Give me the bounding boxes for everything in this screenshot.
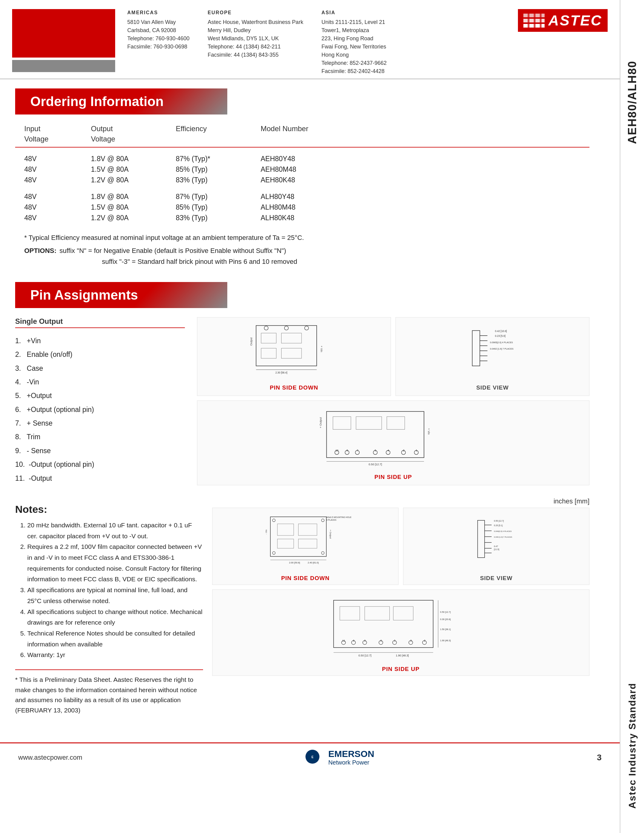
emerson-svg-icon: E (305, 749, 320, 764)
svg-text:0.50 [12.7]: 0.50 [12.7] (440, 611, 451, 613)
pin-section-header: Pin Assignments (15, 282, 227, 308)
asia-line2: Tower1, Metroplaza (322, 26, 387, 35)
svg-text:2: 2 (424, 640, 425, 642)
svg-text:2.00 [50.8]: 2.00 [50.8] (289, 561, 300, 564)
side-view-svg: 0.42 [10.6] 0.23 [5.9] 0.0965[2.0] 4 PLA… (399, 320, 586, 381)
svg-text:10: 10 (335, 449, 338, 452)
svg-text:+ Vin: + Vin (427, 428, 430, 434)
row5-model: ALH80M48 (261, 203, 580, 211)
svg-rect-91 (393, 606, 413, 620)
asia-title: ASIA (322, 9, 387, 16)
svg-point-48 (272, 552, 275, 554)
industry-vertical-text: Astec Industry Standard (627, 683, 638, 809)
ordering-section-header: Ordering Information (15, 88, 227, 114)
emerson-subtitle: Network Power (328, 759, 374, 766)
emerson-text-group: EMERSON Network Power (328, 749, 374, 766)
svg-point-1 (264, 326, 268, 330)
svg-text:0.50 [12.7]: 0.50 [12.7] (359, 654, 372, 657)
svg-text:+ Vin: + Vin (320, 346, 323, 352)
notes-list: 20 mHz bandwidth. External 10 uF tant. c… (15, 520, 203, 660)
svg-text:5: 5 (394, 640, 396, 642)
notes-title: Notes: (15, 503, 203, 515)
svg-text:1.50 [38.1]: 1.50 [38.1] (440, 628, 451, 630)
diagrams-upper: Output + Vin 2.30 [58.4] PIN SIDE DOWN (197, 317, 589, 485)
pin-assignments-section: Pin Assignments Single Output 1. +Vin 2.… (15, 282, 589, 716)
svg-text:2.40 [61.0]: 2.40 [61.0] (308, 561, 319, 564)
americas-line3: Telephone: 760-930-4600 (127, 35, 189, 43)
ordering-row: 48V 1.2V @ 80A 83% (Typ) ALH80K48 (24, 213, 580, 223)
pin-side-up-svg: 10 8 7 5 4 2 1 0.50 [12.7] (200, 404, 586, 470)
svg-text:11: 11 (342, 640, 345, 642)
astec-logo-text: ASTEC (548, 12, 602, 29)
lower-diagrams-col: inches [mm] (212, 497, 589, 676)
list-item: 2. Enable (on/off) (15, 348, 185, 361)
diagram-pin-side-down-upper: Output + Vin 2.30 [58.4] PIN SIDE DOWN (197, 317, 391, 396)
diagram-label-pin-side-up: PIN SIDE UP (200, 474, 586, 481)
asia-line3: 223, Hing Fong Road (322, 35, 387, 43)
list-item: 4. -Vin (15, 375, 185, 389)
red-block-primary (12, 9, 115, 58)
svg-rect-74 (334, 600, 433, 648)
ordering-row: 48V 1.5V @ 80A 85% (Typ) ALH80M48 (24, 202, 580, 213)
svg-rect-6 (261, 348, 276, 358)
astec-logo-box: ASTEC (518, 9, 608, 32)
europe-line4: Telephone: 44 (1384) 842-211 (208, 43, 303, 51)
svg-text:7: 7 (357, 449, 358, 452)
diagram-lower-side-view-label: SIDE VIEW (406, 575, 586, 582)
notes-col: Notes: 20 mHz bandwidth. External 10 uF … (15, 497, 203, 715)
europe-line5: Facsimile: 44 (1384) 843-355 (208, 51, 303, 59)
svg-rect-33 (387, 416, 404, 429)
svg-rect-31 (333, 416, 351, 429)
ordering-rows-1: 48V 1.8V @ 80A 87% (Typ)* AEH80Y48 48V 1… (15, 154, 589, 185)
pin-list: 1. +Vin 2. Enable (on/off) 3. Case 4. -V… (15, 334, 185, 485)
svg-point-2 (284, 326, 288, 330)
svg-text:+ Output: + Output (319, 417, 322, 428)
ordering-group-2: 48V 1.8V @ 80A 87% (Typ) ALH80Y48 48V 1.… (15, 191, 589, 223)
footnote2-options: suffix "N" = for Negative Enable (defaul… (60, 245, 297, 267)
ordering-footnote: * Typical Efficiency measured at nominal… (15, 232, 589, 267)
row5-eff: 85% (Typ) (176, 203, 261, 211)
col-efficiency: Efficiency (176, 124, 261, 144)
footnote1: * Typical Efficiency measured at nominal… (24, 232, 580, 243)
row6-output: 1.2V @ 80A (91, 214, 176, 222)
row5-output: 1.5V @ 80A (91, 203, 176, 211)
diagram-side-view-upper: 0.42 [10.6] 0.23 [5.9] 0.0965[2.0] 4 PLA… (396, 317, 589, 396)
svg-point-46 (272, 519, 275, 522)
americas-line4: Facsimile: 760-930-0698 (127, 43, 189, 51)
americas-line2: Carlsbad, CA 92008 (127, 26, 189, 35)
lower-pin-side-down-svg: M3x0.5 MOUNTING HOLE 4 PLACES - Vin (216, 511, 395, 572)
list-item: 3. Case (15, 362, 185, 375)
svg-text:3: 3 (411, 640, 412, 642)
svg-text:0.0965[2.0] 4 PLACES: 0.0965[2.0] 4 PLACES (490, 341, 513, 344)
svg-text:+ Output: + Output (329, 530, 332, 539)
pin-side-down-svg: Output + Vin 2.30 [58.4] (200, 320, 388, 381)
list-item: 20 mHz bandwidth. External 10 uF tant. c… (27, 520, 203, 541)
row2-eff: 85% (Typ) (176, 166, 261, 174)
ordering-rows-2: 48V 1.8V @ 80A 87% (Typ) ALH80Y48 48V 1.… (15, 191, 589, 223)
svg-text:0.046 [1.0] 7 PLACES: 0.046 [1.0] 7 PLACES (494, 536, 512, 538)
ordering-table: InputVoltage OutputVoltage Efficiency Mo… (15, 124, 589, 223)
diagram-pin-side-up-lower: 11 9 8 6 5 3 2 (212, 589, 589, 676)
europe-line2: Merry Hill, Dudley (208, 26, 303, 35)
list-item: 1. +Vin (15, 334, 185, 348)
footnote2a: suffix "N" = for Negative Enable (defaul… (60, 245, 297, 256)
ordering-row: 48V 1.5V @ 80A 85% (Typ) AEH80M48 (24, 164, 580, 175)
emerson-icon: E (305, 749, 320, 766)
footnote2b: suffix "-3" = Standard half brick pinout… (60, 256, 297, 267)
address-asia: ASIA Units 2111-2115, Level 21 Tower1, M… (322, 9, 387, 76)
pin-list-col: Single Output 1. +Vin 2. Enable (on/off)… (15, 317, 185, 485)
main-content: Ordering Information InputVoltage Output… (0, 79, 620, 724)
diagram-pin-side-up-upper: 10 8 7 5 4 2 1 0.50 [12.7] (197, 400, 589, 485)
inches-label: inches [mm] (553, 497, 589, 505)
diagram-label-pin-side-down: PIN SIDE DOWN (200, 384, 388, 391)
notes-section: Notes: 20 mHz bandwidth. External 10 uF … (15, 503, 203, 660)
lower-pin-side-up-svg: 11 9 8 6 5 3 2 (216, 593, 586, 663)
ordering-row: 48V 1.2V @ 80A 83% (Typ) AEH80K48 (24, 175, 580, 185)
footer-url: www.astecpower.com (18, 754, 82, 762)
svg-point-3 (304, 326, 309, 330)
footnote2-label: OPTIONS: (24, 245, 56, 267)
address-section: AMERICAS 5810 Van Allen Way Carlsbad, CA… (127, 9, 518, 76)
row3-input: 48V (24, 176, 91, 184)
svg-text:1: 1 (416, 449, 417, 452)
svg-text:0.50 [12.7]: 0.50 [12.7] (369, 463, 382, 466)
